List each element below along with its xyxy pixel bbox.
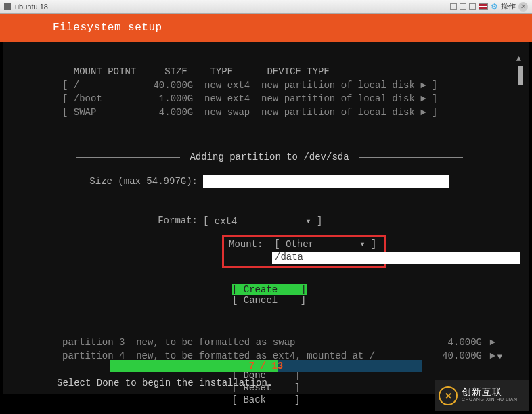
cancel-button[interactable]: [ Cancel ]: [232, 295, 307, 306]
window-icon-2[interactable]: [460, 3, 466, 10]
format-label: Format:: [89, 215, 203, 226]
close-icon[interactable]: ✕: [518, 2, 528, 12]
mount-label: Mount:: [229, 239, 263, 250]
vm-title: ubuntu 18: [15, 3, 48, 11]
chevron-down-icon[interactable]: ▼: [497, 350, 502, 364]
format-select[interactable]: [ ext4 ▾ ]: [203, 215, 322, 227]
vm-title-bar: ubuntu 18 ⚙ 操作 ✕: [0, 0, 532, 14]
mount-row: Mount: [ Other ▾ ]: [229, 238, 377, 250]
page-title: Filesystem setup: [53, 22, 162, 34]
chevron-right-icon: ►: [490, 349, 495, 363]
watermark: ✕ 创新互联 CHUANG XIN HU LIAN: [435, 380, 529, 411]
main-panel: ▲ MOUNT POINT SIZE TYPE DEVICE TYPE [ / …: [3, 42, 529, 394]
vm-app-icon: [4, 3, 11, 10]
watermark-text: 创新互联: [462, 388, 518, 396]
locale-flag-icon[interactable]: [479, 3, 488, 10]
gear-icon[interactable]: ⚙: [491, 2, 498, 12]
scroll-up-icon[interactable]: ▲: [516, 54, 521, 64]
watermark-logo-icon: ✕: [439, 386, 458, 405]
vm-action-label[interactable]: 操作: [501, 1, 516, 12]
table-row[interactable]: [ /boot 1.000G new ext4 new partition of…: [62, 92, 529, 106]
size-label: Size (max 54.997G):: [89, 176, 203, 187]
chevron-right-icon: ►: [490, 336, 495, 349]
create-button[interactable]: [ Create ]: [232, 284, 307, 295]
size-input[interactable]: [203, 175, 449, 188]
table-header: MOUNT POINT SIZE TYPE DEVICE TYPE: [62, 65, 529, 78]
progress-label: 7 / 13: [110, 361, 422, 371]
progress-bar: 7 / 13: [110, 360, 422, 372]
table-row[interactable]: [ SWAP 4.000G new swap new partition of …: [62, 106, 529, 119]
scrollbar-thumb[interactable]: [518, 66, 523, 85]
add-partition-dialog: Adding partition to /dev/sda Size (max 5…: [76, 154, 463, 321]
window-icon-1[interactable]: [450, 3, 457, 10]
mount-path-input[interactable]: /data: [272, 252, 520, 264]
lower-partition-list: partition 3 new, to be formatted as swap…: [62, 336, 516, 363]
footer-hint: Select Done to begin the installation.: [57, 377, 273, 388]
dialog-title: Adding partition to /dev/sda: [180, 152, 359, 162]
console-area: Filesystem setup ▲ MOUNT POINT SIZE TYPE…: [0, 14, 532, 414]
list-item[interactable]: partition 3 new, to be formatted as swap…: [62, 336, 516, 349]
installer-header: Filesystem setup: [0, 14, 532, 42]
watermark-subtext: CHUANG XIN HU LIAN: [462, 396, 518, 404]
window-icon-3[interactable]: [469, 3, 476, 10]
table-row[interactable]: [ / 40.000G new ext4 new partition of lo…: [62, 78, 529, 92]
mount-select[interactable]: [ Other ▾ ]: [274, 239, 376, 250]
partition-table: MOUNT POINT SIZE TYPE DEVICE TYPE [ / 40…: [3, 42, 529, 119]
